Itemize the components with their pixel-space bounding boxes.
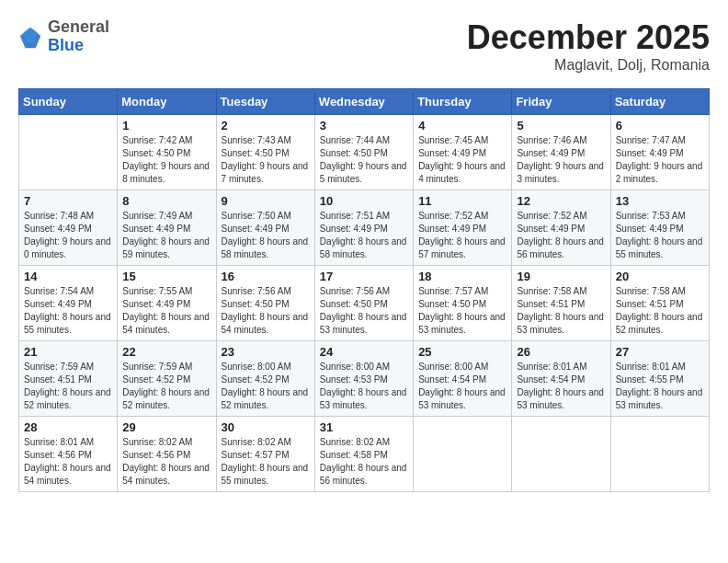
cell-sunset: Sunset: 4:54 PM (517, 374, 585, 385)
cell-sunset: Sunset: 4:49 PM (24, 224, 92, 234)
table-row: 23 Sunrise: 8:00 AM Sunset: 4:52 PM Dayl… (216, 341, 314, 417)
day-number: 16 (222, 270, 310, 283)
cell-daylight: Daylight: 8 hours and 55 minutes. (222, 463, 309, 486)
day-number: 6 (616, 119, 704, 132)
table-row: 29 Sunrise: 8:02 AM Sunset: 4:56 PM Dayl… (118, 417, 216, 492)
cell-sunrise: Sunrise: 8:02 AM (122, 437, 192, 447)
day-number: 2 (222, 119, 310, 132)
day-number: 5 (517, 119, 605, 132)
cell-daylight: Daylight: 8 hours and 53 minutes. (320, 312, 407, 335)
day-number: 28 (24, 420, 112, 434)
day-number: 18 (418, 270, 506, 283)
day-number: 13 (616, 194, 704, 208)
logo-text: General Blue (48, 18, 109, 55)
cell-sunset: Sunset: 4:49 PM (122, 224, 190, 234)
table-row: 2 Sunrise: 7:43 AM Sunset: 4:50 PM Dayli… (216, 115, 314, 190)
day-number: 25 (418, 345, 506, 359)
table-row: 21 Sunrise: 7:59 AM Sunset: 4:51 PM Dayl… (19, 341, 118, 417)
calendar-week-row: 21 Sunrise: 7:59 AM Sunset: 4:51 PM Dayl… (19, 341, 710, 417)
table-row: 1 Sunrise: 7:42 AM Sunset: 4:50 PM Dayli… (118, 115, 216, 190)
day-number: 24 (320, 345, 408, 359)
logo-general-text: General (48, 17, 109, 36)
cell-sunrise: Sunrise: 8:00 AM (222, 362, 291, 372)
day-number: 23 (222, 345, 310, 359)
cell-sunset: Sunset: 4:49 PM (24, 299, 92, 309)
cell-sunrise: Sunrise: 7:59 AM (122, 362, 192, 372)
cell-sunset: Sunset: 4:49 PM (418, 224, 486, 234)
header-monday: Monday (118, 89, 216, 115)
day-number: 4 (418, 119, 506, 132)
table-row: 13 Sunrise: 7:53 AM Sunset: 4:49 PM Dayl… (610, 190, 709, 266)
cell-daylight: Daylight: 8 hours and 53 minutes. (320, 387, 407, 410)
cell-sunrise: Sunrise: 8:01 AM (24, 437, 94, 447)
day-number: 7 (24, 194, 112, 208)
table-row: 6 Sunrise: 7:47 AM Sunset: 4:49 PM Dayli… (610, 115, 709, 190)
location: Maglavit, Dolj, Romania (467, 57, 710, 74)
cell-sunrise: Sunrise: 7:42 AM (122, 135, 192, 145)
cell-sunset: Sunset: 4:50 PM (122, 148, 190, 158)
cell-sunrise: Sunrise: 7:56 AM (222, 286, 291, 296)
cell-sunset: Sunset: 4:50 PM (418, 299, 486, 309)
calendar-week-row: 7 Sunrise: 7:48 AM Sunset: 4:49 PM Dayli… (19, 190, 710, 266)
cell-sunrise: Sunrise: 8:02 AM (222, 437, 291, 447)
cell-sunset: Sunset: 4:58 PM (320, 450, 388, 460)
cell-sunrise: Sunrise: 7:49 AM (122, 211, 192, 221)
cell-daylight: Daylight: 8 hours and 52 minutes. (616, 312, 703, 335)
cell-sunset: Sunset: 4:49 PM (122, 299, 190, 309)
header-friday: Friday (512, 89, 610, 115)
cell-sunset: Sunset: 4:57 PM (222, 450, 290, 460)
table-row: 10 Sunrise: 7:51 AM Sunset: 4:49 PM Dayl… (314, 190, 413, 266)
cell-sunset: Sunset: 4:54 PM (418, 374, 486, 385)
cell-daylight: Daylight: 9 hours and 5 minutes. (320, 161, 407, 184)
day-number: 22 (122, 345, 210, 359)
table-row: 27 Sunrise: 8:01 AM Sunset: 4:55 PM Dayl… (610, 341, 709, 417)
table-row (414, 417, 512, 492)
cell-daylight: Daylight: 8 hours and 52 minutes. (122, 387, 210, 410)
cell-sunrise: Sunrise: 7:54 AM (24, 286, 94, 296)
table-row: 14 Sunrise: 7:54 AM Sunset: 4:49 PM Dayl… (19, 266, 118, 341)
cell-sunset: Sunset: 4:50 PM (222, 148, 290, 158)
day-number: 19 (517, 270, 605, 283)
table-row (19, 115, 118, 190)
header-thursday: Thursday (414, 89, 512, 115)
header-wednesday: Wednesday (314, 89, 413, 115)
table-row: 28 Sunrise: 8:01 AM Sunset: 4:56 PM Dayl… (19, 417, 118, 492)
cell-sunrise: Sunrise: 8:01 AM (517, 362, 586, 372)
table-row: 11 Sunrise: 7:52 AM Sunset: 4:49 PM Dayl… (414, 190, 512, 266)
cell-daylight: Daylight: 9 hours and 8 minutes. (122, 161, 210, 184)
cell-sunrise: Sunrise: 7:58 AM (517, 286, 586, 296)
cell-sunrise: Sunrise: 7:52 AM (418, 211, 488, 221)
cell-daylight: Daylight: 9 hours and 4 minutes. (418, 161, 506, 184)
cell-daylight: Daylight: 8 hours and 59 minutes. (122, 236, 210, 259)
cell-sunset: Sunset: 4:49 PM (517, 224, 585, 234)
cell-daylight: Daylight: 8 hours and 52 minutes. (222, 387, 309, 410)
table-row: 18 Sunrise: 7:57 AM Sunset: 4:50 PM Dayl… (414, 266, 512, 341)
day-number: 15 (122, 270, 210, 283)
calendar-week-row: 1 Sunrise: 7:42 AM Sunset: 4:50 PM Dayli… (19, 115, 710, 190)
header-saturday: Saturday (610, 89, 709, 115)
table-row: 24 Sunrise: 8:00 AM Sunset: 4:53 PM Dayl… (314, 341, 413, 417)
day-number: 8 (122, 194, 210, 208)
cell-daylight: Daylight: 8 hours and 53 minutes. (517, 387, 604, 410)
table-row: 20 Sunrise: 7:58 AM Sunset: 4:51 PM Dayl… (610, 266, 709, 341)
cell-daylight: Daylight: 8 hours and 54 minutes. (122, 312, 210, 335)
cell-daylight: Daylight: 8 hours and 53 minutes. (616, 387, 703, 410)
header-sunday: Sunday (19, 89, 118, 115)
table-row: 19 Sunrise: 7:58 AM Sunset: 4:51 PM Dayl… (512, 266, 610, 341)
cell-sunrise: Sunrise: 7:50 AM (222, 211, 291, 221)
day-number: 9 (222, 194, 310, 208)
cell-daylight: Daylight: 8 hours and 54 minutes. (24, 463, 111, 486)
cell-daylight: Daylight: 8 hours and 52 minutes. (24, 387, 111, 410)
table-row: 30 Sunrise: 8:02 AM Sunset: 4:57 PM Dayl… (216, 417, 314, 492)
cell-sunrise: Sunrise: 8:00 AM (418, 362, 488, 372)
cell-sunset: Sunset: 4:50 PM (320, 299, 388, 309)
cell-sunset: Sunset: 4:51 PM (616, 299, 684, 309)
table-row: 7 Sunrise: 7:48 AM Sunset: 4:49 PM Dayli… (19, 190, 118, 266)
cell-sunrise: Sunrise: 7:53 AM (616, 211, 686, 221)
table-row: 15 Sunrise: 7:55 AM Sunset: 4:49 PM Dayl… (118, 266, 216, 341)
calendar-table: Sunday Monday Tuesday Wednesday Thursday… (18, 88, 710, 492)
cell-sunset: Sunset: 4:52 PM (222, 374, 290, 385)
cell-sunset: Sunset: 4:53 PM (320, 374, 388, 385)
cell-sunrise: Sunrise: 8:00 AM (320, 362, 390, 372)
cell-sunset: Sunset: 4:51 PM (517, 299, 585, 309)
